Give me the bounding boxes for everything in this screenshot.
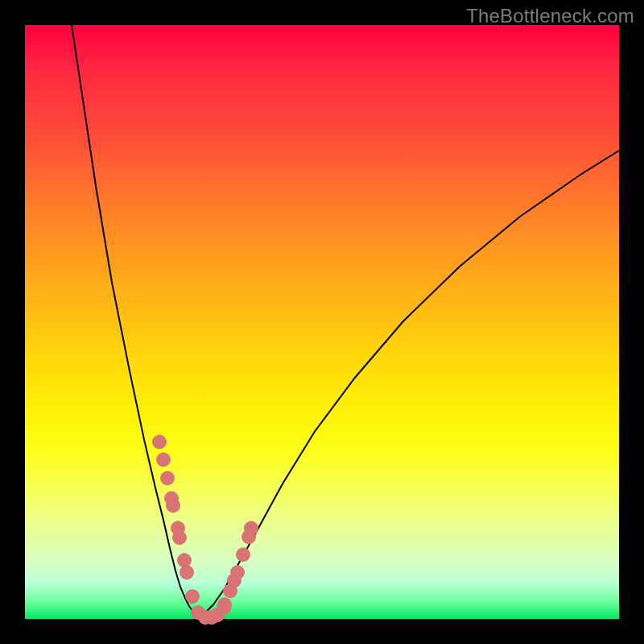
marker-dot <box>230 565 245 580</box>
marker-dot <box>166 498 180 513</box>
curve-right <box>199 151 619 616</box>
marker-dot <box>185 589 200 604</box>
marker-dot <box>217 597 232 612</box>
marker-dot <box>244 521 258 535</box>
marker-dot <box>177 553 192 568</box>
marker-dot <box>180 565 194 580</box>
curve-svg <box>25 25 619 619</box>
marker-dot <box>156 452 171 467</box>
marker-dots <box>152 435 258 625</box>
marker-dot <box>160 471 175 485</box>
plot-area <box>25 25 619 619</box>
marker-dot <box>236 547 250 562</box>
marker-dot <box>172 530 187 545</box>
watermark-text: TheBottleneck.com <box>466 5 634 27</box>
marker-dot <box>152 435 167 449</box>
chart-container: TheBottleneck.com <box>0 0 644 644</box>
